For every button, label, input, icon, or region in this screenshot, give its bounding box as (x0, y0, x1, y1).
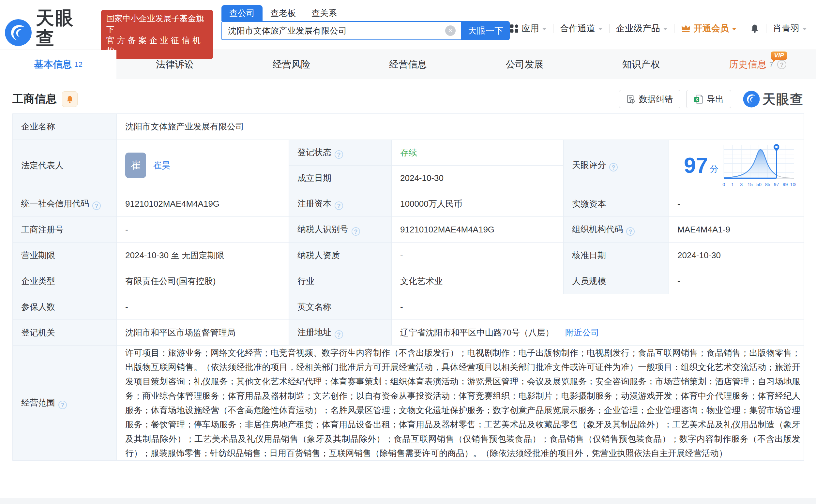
tab-label: 历史信息 (729, 58, 767, 71)
nav-apps[interactable]: 应用 (510, 22, 547, 34)
data-correction-icon (627, 95, 635, 104)
label-text: 注册资本 (297, 199, 331, 208)
value-text: 沈阳市文体旅产业发展有限公司 (125, 122, 244, 131)
nav-enterprise-products[interactable]: 企业级产品 (616, 22, 668, 34)
legal-rep-name-link[interactable]: 崔昊 (153, 160, 170, 171)
label-text: 工商注册号 (21, 225, 64, 234)
svg-text:99: 99 (783, 182, 788, 187)
value-text: 2024-10-30 至 无固定期限 (125, 250, 224, 260)
value-text: 91210102MAE4M4A19G (400, 225, 495, 234)
score-distribution-chart: 0 1 3 15 50 85 97 99 100 (722, 142, 796, 188)
business-term-value: 2024-10-30 至 无固定期限 (117, 243, 289, 268)
org-code-label: 组织机构代码 (564, 217, 669, 243)
chevron-down-icon (732, 28, 736, 30)
table-row: 营业期限 2024-10-30 至 无固定期限 纳税人资质 - 核准日期 202… (13, 243, 804, 268)
search-box (221, 21, 462, 40)
help-icon[interactable] (351, 227, 360, 236)
value-text: - (400, 302, 403, 312)
tab-intellectual-property[interactable]: 知识产权 (583, 50, 699, 79)
value-text: - (677, 276, 680, 286)
english-name-label: 英文名称 (289, 294, 392, 320)
company-type-value: 有限责任公司(国有控股) (117, 268, 289, 294)
user-menu[interactable]: 肖青羽 (773, 22, 807, 34)
legal-rep-value: 崔 崔昊 (117, 140, 289, 191)
label-text: 注册地址 (297, 327, 331, 337)
search-area: 查公司 查老板 查关系 天眼一下 (221, 5, 510, 40)
label-text: 营业期限 (21, 250, 55, 260)
tab-company-development[interactable]: 公司发展 (467, 50, 583, 79)
label-text: 登记机关 (21, 328, 55, 337)
value-text: 有限责任公司(国有控股) (125, 276, 215, 286)
tab-label: 基本信息 (34, 58, 72, 71)
nav-apps-label: 应用 (522, 22, 539, 34)
nav-partners[interactable]: 合作通道 (560, 22, 603, 34)
taxpayer-quali-label: 纳税人资质 (289, 243, 392, 268)
reg-authority-label: 登记机关 (13, 320, 117, 346)
table-row: 登记机关 沈阳市和平区市场监督管理局 注册地址 辽宁省沈阳市和平区中山路70号（… (13, 320, 804, 346)
logo-swirl-icon (5, 19, 32, 46)
tab-history-info[interactable]: VIP 历史信息 7 (700, 50, 816, 79)
company-name-value: 沈阳市文体旅产业发展有限公司 (117, 114, 804, 140)
nearby-companies-link[interactable]: 附近公司 (565, 328, 599, 337)
divider (674, 24, 675, 33)
legal-rep-avatar[interactable]: 崔 (125, 153, 146, 178)
value-text: 沈阳市和平区市场监督管理局 (125, 328, 235, 337)
label-text: 法定代表人 (21, 160, 64, 170)
tab-basic-info[interactable]: 基本信息 12 (0, 50, 116, 79)
search-input[interactable] (222, 22, 437, 39)
label-text: 组织机构代码 (572, 224, 623, 234)
nav-enterprise-label: 企业级产品 (616, 22, 660, 34)
export-button[interactable]: X 导出 (686, 90, 731, 108)
score-unit: 分 (710, 163, 718, 175)
tab-label: 经营信息 (389, 58, 427, 71)
label-text: 企业名称 (21, 122, 55, 131)
value-text: 文化艺术业 (400, 276, 443, 286)
help-icon[interactable] (334, 201, 343, 210)
help-icon[interactable] (609, 163, 618, 171)
tab-business-info[interactable]: 经营信息 (349, 50, 466, 79)
help-icon[interactable] (626, 227, 635, 236)
address-label: 注册地址 (289, 320, 392, 346)
search-button[interactable]: 天眼一下 (462, 21, 510, 40)
search-tab-boss[interactable]: 查老板 (262, 5, 304, 21)
business-scope-value: 许可项目：旅游业务；网络文化经营；电竞音视频、数字衍生内容制作（不含出版发行）；… (117, 346, 804, 461)
help-icon[interactable] (92, 201, 101, 210)
value-text: 2024-10-30 (677, 250, 721, 260)
help-icon[interactable] (334, 150, 343, 159)
approval-date-value: 2024-10-30 (669, 243, 804, 268)
english-name-value: - (392, 294, 804, 320)
help-icon[interactable] (334, 330, 343, 339)
section-actions: 数据纠错 X 导出 (619, 90, 804, 108)
tab-operational-risk[interactable]: 经营风险 (233, 50, 349, 79)
nav-membership[interactable]: 开通会员 (681, 22, 736, 34)
tianyancha-company-page: 天眼查 TianYanCha.com 国家中小企业发展子基金旗下 官方备案企业征… (0, 0, 816, 504)
company-type-label: 企业类型 (13, 268, 117, 294)
table-row: 经营范围 许可项目：旅游业务；网络文化经营；电竞音视频、数字衍生内容制作（不含出… (13, 346, 804, 461)
value-text: - (125, 225, 128, 234)
svg-text:97: 97 (774, 182, 779, 187)
reg-status-label: 登记状态 (289, 140, 392, 166)
tab-legal-proceedings[interactable]: 法律诉讼 (116, 50, 233, 79)
top-right-nav: 应用 合作通道 企业级产品 开通会员 (510, 18, 807, 38)
search-tab-relation[interactable]: 查关系 (304, 5, 345, 21)
help-icon[interactable] (777, 60, 786, 69)
company-section-tabs: 基本信息 12 法律诉讼 经营风险 经营信息 公司发展 知识产权 VIP 历史信… (0, 50, 816, 79)
notification-bell[interactable] (750, 23, 760, 33)
tab-label: 经营风险 (273, 58, 310, 71)
logo-swirl-icon (743, 91, 760, 108)
monitor-bell-button[interactable] (62, 91, 78, 107)
search-tabs: 查公司 查老板 查关系 (221, 5, 510, 21)
label-text: 行业 (297, 276, 314, 286)
top-header: 天眼查 TianYanCha.com 国家中小企业发展子基金旗下 官方备案企业征… (0, 0, 816, 50)
clear-search-icon[interactable] (445, 25, 456, 36)
value-text: - (400, 250, 403, 260)
score-value[interactable]: 97 分 (669, 140, 804, 191)
main-content: 工商信息 数据纠错 (0, 79, 816, 461)
section-header: 工商信息 数据纠错 (0, 79, 816, 108)
value-text: - (125, 302, 128, 312)
help-icon[interactable] (58, 401, 67, 409)
table-row: 统一社会信用代码 91210102MAE4M4A19G 注册资本 100000万… (13, 191, 804, 217)
search-tab-company[interactable]: 查公司 (221, 5, 262, 21)
data-correction-button[interactable]: 数据纠错 (619, 90, 680, 108)
taxpayer-id-value: 91210102MAE4M4A19G (392, 217, 564, 243)
